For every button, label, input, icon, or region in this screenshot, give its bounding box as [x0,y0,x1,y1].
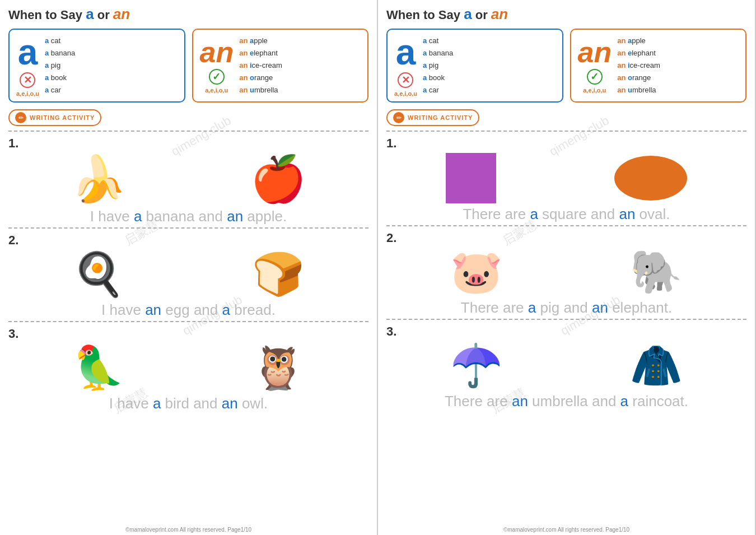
examples-an-left: an apple an elephant an ice-cream an ora… [239,35,282,96]
big-letter-a: a [18,34,38,70]
cross-icon-right: ✕ [398,72,413,88]
exercise-item-1-left: 1. 🍌 🍎 I have a banana and an apple. [8,131,368,225]
sentence-2-left: I have an egg and a bread. [8,301,368,319]
letter-an-right: an [491,6,508,22]
rule-box-an-left: an ✓ a,e,i,o,u an apple an elephant an i… [192,29,369,103]
images-row-1-left: 🍌 🍎 [8,153,368,206]
vowels-a-left: a,e,i,o,u [16,90,39,97]
bread-image: 🍞 [252,250,305,299]
page-title-left: When to Say a or an [8,6,368,23]
banana-image: 🍌 [71,153,127,206]
exercise-item-2-left: 2. 🍳 🍞 I have an egg and a bread. [8,227,368,319]
footer-right: ©mamaloveprint.com All rights reserved. … [378,527,755,533]
images-row-3-left: 🦜 🦉 [8,343,368,393]
vowels-an-right: a,e,i,o,u [583,87,606,94]
item-number-3-right: 3. [386,324,746,339]
footer-left: ©mamaloveprint.com All rights reserved. … [0,527,377,533]
item-number-1-right: 1. [386,136,746,151]
big-letter-an: an [200,38,234,67]
pencil-icon-left: ✏ [15,112,26,123]
images-row-2-left: 🍳 🍞 [8,250,368,299]
writing-text-left: WRITING ACTIVITY [30,114,95,121]
exercise-item-2-right: 2. 🐷 🐘 There are a pig and an elephant. [386,225,746,317]
item-number-1-left: 1. [8,136,368,151]
pencil-icon-right: ✏ [393,112,404,123]
sentence-1-left: I have a banana and an apple. [8,208,368,225]
rule-boxes-left: a ✕ a,e,i,o,u a cat a banana a pig a boo… [8,29,368,103]
rule-box-an-right: an ✓ a,e,i,o,u an apple an elephant an i… [570,29,747,103]
writing-text-right: WRITING ACTIVITY [408,114,473,121]
left-page: When to Say a or an a ✕ a,e,i,o,u a cat … [0,0,378,535]
item-number-2-right: 2. [386,231,746,245]
exercise-item-3-right: 3. ☂️ 🧥 There are an umbrella and a rain… [386,319,746,410]
vowels-a-right: a,e,i,o,u [394,90,417,97]
exercise-item-1-right: 1. There are a square and an oval. [386,131,746,223]
elephant-image: 🐘 [630,248,683,297]
item-number-2-left: 2. [8,233,368,248]
examples-a-left: a cat a banana a pig a book a car [45,35,75,96]
images-row-2-right: 🐷 🐘 [386,248,746,297]
owl-image: 🦉 [252,343,305,393]
umbrella-image: ☂️ [450,341,503,390]
oval-shape [614,156,687,201]
writing-label-right: ✏ WRITING ACTIVITY [386,109,479,126]
images-row-3-right: ☂️ 🧥 [386,341,746,390]
check-icon-right: ✓ [587,69,603,85]
examples-an-right: an apple an elephant an ice-cream an ora… [617,35,660,96]
rule-box-a-left: a ✕ a,e,i,o,u a cat a banana a pig a boo… [8,29,185,103]
sentence-2-right: There are a pig and an elephant. [386,299,746,317]
cross-icon-left: ✕ [20,72,35,88]
exercise-item-3-left: 3. 🦜 🦉 I have a bird and an owl. [8,321,368,412]
bird-image: 🦜 [72,343,125,393]
egg-image: 🍳 [72,250,125,299]
letter-an-left: an [113,6,130,22]
rule-box-a-right: a ✕ a,e,i,o,u a cat a banana a pig a boo… [386,29,563,103]
apple-image: 🍎 [250,153,306,206]
sentence-3-right: There are an umbrella and a raincoat. [386,393,746,410]
big-letter-a-right: a [396,34,416,70]
letter-a-left: a [86,6,94,22]
page-title-right: When to Say a or an [386,6,746,23]
sentence-3-left: I have a bird and an owl. [8,395,368,412]
right-page: When to Say a or an a ✕ a,e,i,o,u a cat … [378,0,756,535]
pig-image: 🐷 [450,248,503,297]
raincoat-image: 🧥 [630,341,683,390]
vowels-an-left: a,e,i,o,u [205,87,228,94]
examples-a-right: a cat a banana a pig a book a car [423,35,453,96]
letter-a-right: a [464,6,472,22]
square-shape [446,153,496,203]
check-icon-left: ✓ [209,69,225,85]
item-number-3-left: 3. [8,327,368,341]
images-row-1-right [386,153,746,203]
big-letter-an-right: an [578,38,612,67]
writing-label-left: ✏ WRITING ACTIVITY [8,109,101,126]
rule-boxes-right: a ✕ a,e,i,o,u a cat a banana a pig a boo… [386,29,746,103]
sentence-1-right: There are a square and an oval. [386,206,746,223]
